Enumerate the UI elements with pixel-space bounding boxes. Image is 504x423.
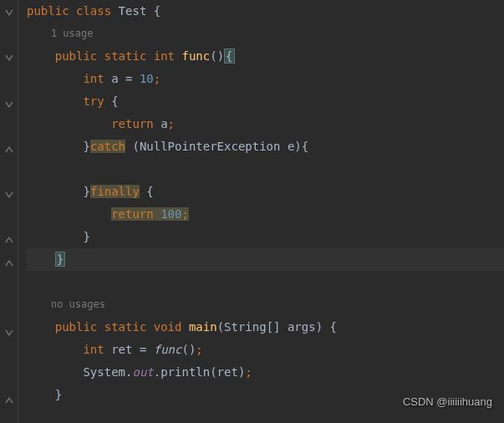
code-line: } xyxy=(27,248,504,271)
usage-hint[interactable]: 1 usage xyxy=(27,23,504,45)
code-line: } xyxy=(27,226,504,248)
code-line: int a = 10; xyxy=(27,68,504,90)
fold-icon[interactable] xyxy=(3,7,15,18)
fold-up-icon[interactable] xyxy=(3,395,15,406)
fold-up-icon[interactable] xyxy=(3,144,15,155)
code-line: }catch (NullPointerException e){ xyxy=(27,135,504,158)
usage-hint[interactable]: no usages xyxy=(27,293,504,316)
fold-icon[interactable] xyxy=(3,99,15,110)
fold-up-icon[interactable] xyxy=(3,234,15,246)
code-line: return a; xyxy=(27,113,504,135)
fold-icon[interactable] xyxy=(3,327,15,339)
code-line: public static void main(String[] args) { xyxy=(27,316,504,339)
code-area[interactable]: public class Test { 1 usage public stati… xyxy=(18,0,504,423)
code-line: return 100; xyxy=(27,203,504,226)
code-line: try { xyxy=(27,90,504,113)
fold-icon[interactable] xyxy=(3,189,15,201)
code-line: public static int func(){ xyxy=(27,45,504,68)
code-line xyxy=(27,158,504,181)
code-line xyxy=(27,271,504,293)
fold-up-icon[interactable] xyxy=(3,257,15,269)
code-line: int ret = func(); xyxy=(27,339,504,361)
code-line: System.out.println(ret); xyxy=(27,361,504,384)
fold-icon[interactable] xyxy=(3,52,15,64)
watermark: CSDN @iiiiiihuang xyxy=(403,390,492,413)
code-line: public class Test { xyxy=(27,0,504,23)
code-editor: public class Test { 1 usage public stati… xyxy=(0,0,504,423)
code-line: }finally { xyxy=(27,181,504,203)
gutter xyxy=(0,0,18,423)
